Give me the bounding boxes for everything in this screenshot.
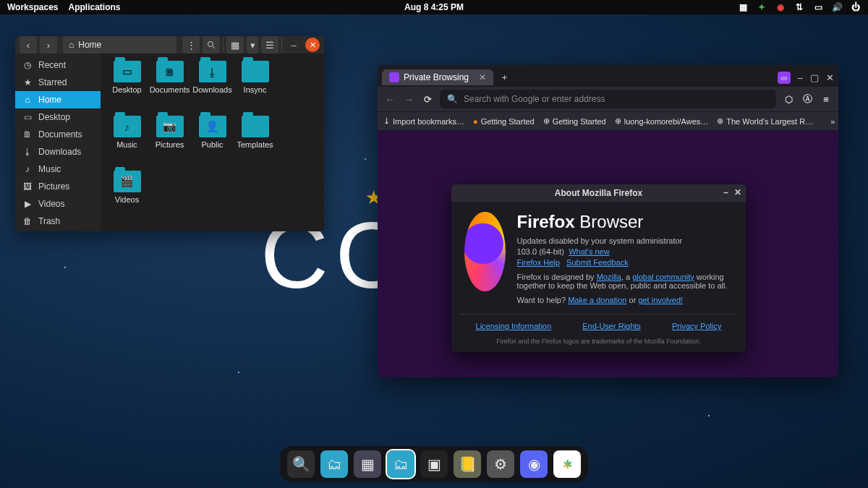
dock-app-files[interactable]: 🗂 — [320, 450, 348, 478]
firefox-help-link[interactable]: Firefox Help — [517, 258, 560, 267]
about-close-button[interactable]: ✕ — [734, 187, 741, 197]
folder-templates[interactable]: Templates — [234, 116, 276, 166]
sidebar-item-desktop[interactable]: ▭Desktop — [15, 108, 101, 126]
firefox-logo-icon — [464, 212, 506, 291]
sidebar-item-other-locations[interactable]: +Other Locations — [15, 230, 101, 231]
firefox-toolbar: ← → ⟳ 🔍 Search with Google or enter addr… — [378, 87, 838, 111]
tray-puzzle-icon[interactable]: ✦ — [757, 2, 767, 12]
end-user-rights-link[interactable]: End-User Rights — [582, 322, 641, 330]
nav-forward-button[interactable]: → — [402, 94, 415, 105]
folder-pictures[interactable]: 📷Pictures — [149, 116, 190, 166]
svg-line-1 — [213, 46, 215, 48]
dock-app-notes[interactable]: 📒 — [454, 450, 481, 478]
window-close-button[interactable]: ✕ — [826, 72, 834, 83]
licensing-link[interactable]: Licensing Information — [476, 322, 552, 330]
dock-app-magnifier[interactable]: 🔍 — [287, 450, 315, 478]
account-button[interactable]: Ⓐ — [801, 93, 814, 106]
window-minimize-button[interactable]: – — [798, 72, 803, 83]
nav-back-button[interactable]: ← — [383, 94, 396, 105]
sidebar-item-home[interactable]: ⌂Home — [15, 91, 101, 108]
bookmark-getting-started-2[interactable]: ⊕Getting Started — [543, 116, 606, 126]
dock-app-files-active[interactable]: 🗂 — [387, 450, 414, 478]
new-tab-button[interactable]: ＋ — [496, 69, 512, 85]
reload-button[interactable]: ⟳ — [421, 94, 434, 105]
sidebar-item-starred[interactable]: ★Starred — [15, 74, 101, 91]
window-maximize-button[interactable]: ▢ — [810, 72, 819, 83]
bookmark-luong[interactable]: ⊕luong-komorebi/Awes… — [615, 116, 709, 126]
search-button[interactable] — [203, 36, 220, 53]
dock-app-settings[interactable]: ⚙ — [487, 450, 514, 478]
workspaces-button[interactable]: Workspaces — [7, 2, 58, 12]
about-firefox-dialog: About Mozilla Firefox – ✕ Firefox Browse… — [451, 184, 746, 352]
folder-public[interactable]: 👤Public — [192, 116, 233, 166]
hamburger-menu-button[interactable]: ⋮ — [182, 36, 200, 53]
desktop-icon: ▭ — [22, 112, 33, 122]
get-involved-link[interactable]: get involved! — [638, 296, 683, 304]
pictures-icon: 🖼 — [22, 181, 33, 192]
about-info: Firefox Browser Updates disabled by your… — [517, 212, 733, 307]
applications-button[interactable]: Applications — [68, 2, 120, 12]
view-grid-button[interactable]: ▦ — [226, 36, 244, 53]
tray-discord-icon[interactable]: ◉ — [775, 2, 786, 12]
folder-videos[interactable]: 🎬Videos — [106, 171, 148, 221]
dock-app-discord[interactable]: ◉ — [520, 450, 548, 478]
tab-private-browsing[interactable]: Private Browsing ✕ — [382, 69, 493, 85]
bookmark-getting-started-1[interactable]: ●Getting Started — [473, 117, 535, 126]
folder-music[interactable]: ♪Music — [106, 116, 148, 166]
dock-app-show-apps[interactable]: ▦ — [354, 450, 381, 478]
globe-icon: ⊕ — [717, 116, 723, 126]
top-panel: Workspaces Applications Aug 8 4:25 PM ▦ … — [0, 0, 868, 14]
about-minimize-button[interactable]: – — [723, 187, 728, 197]
dock: 🔍 🗂 ▦ 🦊 🗂 ▣ 📒 ⚙ ◉ ✱ — [280, 446, 588, 482]
bookmarks-overflow-button[interactable]: » — [830, 117, 835, 126]
bookmark-world[interactable]: ⊕The World's Largest R… — [717, 116, 813, 126]
nav-forward-button[interactable]: › — [40, 36, 57, 53]
sidebar-item-pictures[interactable]: 🖼Pictures — [15, 178, 101, 195]
url-bar[interactable]: 🔍 Search with Google or enter address — [440, 90, 776, 108]
sidebar-item-recent[interactable]: ◷Recent — [15, 56, 101, 74]
sidebar-item-music[interactable]: ♪Music — [15, 160, 101, 178]
sidebar-item-documents[interactable]: 🗎Documents — [15, 126, 101, 143]
globe-icon: ⊕ — [615, 116, 621, 126]
tab-close-button[interactable]: ✕ — [479, 72, 486, 82]
trademark-notice: Firefox and the Firefox logos are tradem… — [451, 335, 746, 352]
folder-icon: 🗎 — [156, 61, 184, 82]
folder-downloads[interactable]: ⭳Downloads — [192, 61, 233, 111]
view-list-button[interactable]: ☰ — [261, 36, 278, 53]
file-manager-grid: ▭Desktop 🗎Documents ⭳Downloads Insync ♪M… — [101, 53, 324, 231]
window-minimize-button[interactable]: – — [285, 36, 302, 53]
dock-app-slack[interactable]: ✱ — [553, 450, 581, 478]
dock-app-terminal[interactable]: ▣ — [420, 450, 448, 478]
folder-insync[interactable]: Insync — [234, 61, 276, 111]
bookmarks-bar: ⤓Import bookmarks… ●Getting Started ⊕Get… — [378, 111, 838, 130]
private-badge-icon: ∞ — [778, 72, 790, 84]
global-community-link[interactable]: global community — [632, 273, 694, 281]
path-bar[interactable]: ⌂ Home — [63, 36, 176, 53]
whats-new-link[interactable]: What's new — [569, 247, 610, 256]
app-menu-button[interactable]: ≡ — [820, 94, 833, 105]
tray-power-icon[interactable]: ⏻ — [851, 2, 861, 12]
file-manager-titlebar: ‹ › ⌂ Home ⋮ ▦ ▾ ☰ – ✕ — [15, 36, 324, 53]
tray-volume-icon[interactable]: 🔊 — [832, 2, 842, 12]
bookmark-import[interactable]: ⤓Import bookmarks… — [383, 116, 464, 126]
mozilla-link[interactable]: Mozilla — [597, 273, 621, 281]
nav-back-button[interactable]: ‹ — [20, 36, 37, 53]
sidebar-item-downloads[interactable]: ⭳Downloads — [15, 143, 101, 160]
folder-documents[interactable]: 🗎Documents — [149, 61, 190, 111]
window-close-button[interactable]: ✕ — [305, 38, 320, 52]
file-manager-sidebar: ◷Recent ★Starred ⌂Home ▭Desktop 🗎Documen… — [15, 53, 101, 231]
tray-network-icon[interactable]: ⇅ — [794, 2, 804, 12]
tray-display-icon[interactable]: ▭ — [813, 2, 823, 12]
sidebar-item-videos[interactable]: ▶Videos — [15, 195, 101, 213]
submit-feedback-link[interactable]: Submit Feedback — [566, 258, 629, 267]
folder-desktop[interactable]: ▭Desktop — [106, 61, 148, 111]
clock[interactable]: Aug 8 4:25 PM — [404, 2, 464, 12]
sidebar-item-trash[interactable]: 🗑Trash — [15, 213, 101, 230]
tray-dropbox-icon[interactable]: ▦ — [738, 2, 748, 12]
save-pocket-button[interactable]: ⬡ — [782, 94, 795, 105]
donate-link[interactable]: Make a donation — [568, 296, 626, 304]
search-icon — [207, 40, 216, 49]
view-dropdown-button[interactable]: ▾ — [247, 36, 258, 53]
svg-point-0 — [208, 42, 213, 47]
privacy-policy-link[interactable]: Privacy Policy — [672, 322, 721, 330]
